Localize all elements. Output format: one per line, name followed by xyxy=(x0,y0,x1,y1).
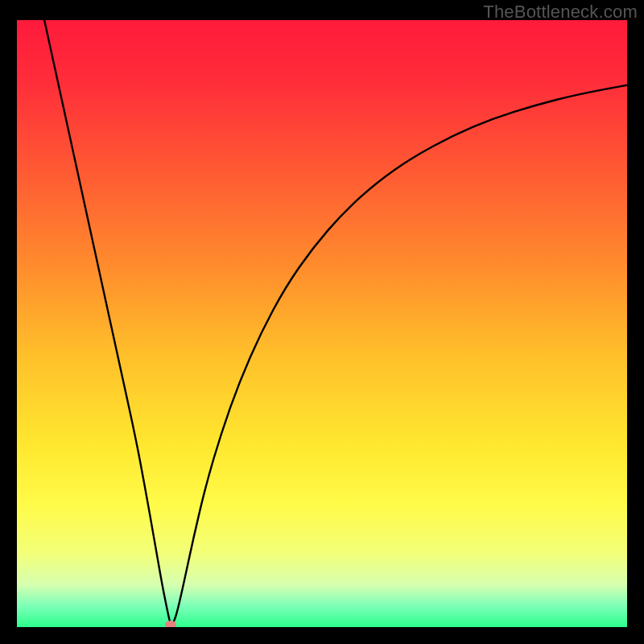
gradient-background xyxy=(17,20,627,627)
chart-frame: TheBottleneck.com xyxy=(0,0,644,644)
attribution-label: TheBottleneck.com xyxy=(483,2,638,23)
bottleneck-chart xyxy=(17,20,627,627)
